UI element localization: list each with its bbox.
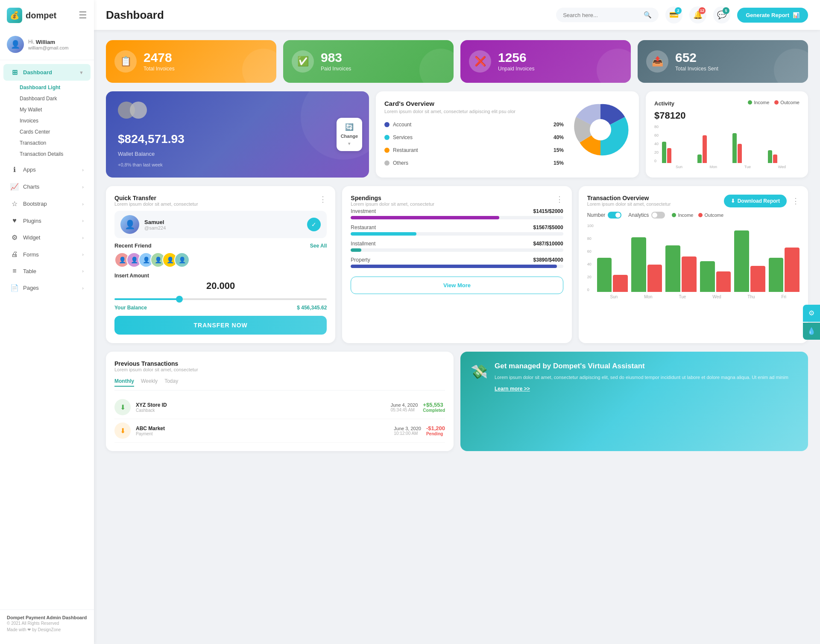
nav-widget-label: Widget [23,234,40,241]
ptx-date-2: June 3, 2020 [394,426,421,431]
nav-cards-center[interactable]: Cards Center [20,126,94,137]
download-icon: ⬇ [731,198,735,204]
bar-tue-outcome [738,144,742,163]
va-link[interactable]: Learn more >> [495,386,530,392]
number-toggle[interactable] [608,212,621,219]
nav-my-wallet[interactable]: My Wallet [20,104,94,115]
to-outcome-dot [698,213,703,217]
stat-icon-paid: ✅ [292,50,314,73]
stat-icon-sent: 📤 [646,50,668,73]
act-legend: Income Outcome [748,100,800,105]
to-bar-sun-outcome [613,275,628,292]
stat-card-sent: 📤 652 Total Invoices Sent [638,40,808,83]
co-others-name: Others [393,160,550,166]
ptx-type-2: Payment [136,431,389,436]
forms-icon: 🖨 [10,251,19,258]
recent-friends-header: Recent Friend See All [114,242,327,249]
to-more-icon[interactable]: ⋮ [792,196,800,206]
prev-transactions-card: Previous Transactions Lorem ipsum dolor … [106,352,454,451]
nav-dashboard[interactable]: ⊞ Dashboard ▼ [3,64,91,81]
va-title: Get managed by Dompet's Virtual Assistan… [495,362,788,370]
ptx-tab-monthly[interactable]: Monthly [114,378,134,387]
dashboard-icon: ⊞ [10,68,19,76]
spendings-more-icon[interactable]: ⋮ [556,195,563,204]
bar-sun-income [662,142,666,163]
change-btn[interactable]: 🔄 Change ▾ [337,118,362,151]
transfer-btn[interactable]: TRANSFER NOW [114,316,327,335]
toggle2-label: Analytics [628,212,649,218]
water-float-btn[interactable]: 💧 [803,323,820,340]
ptx-info-1: XYZ Store ID Cashback [136,402,386,413]
ptx-tab-today[interactable]: Today [164,378,178,387]
see-all-btn[interactable]: See All [310,243,327,249]
spending-restaurant-amount: $1567/$5000 [533,224,563,230]
co-title: Card's Overview [384,100,564,107]
footer-copy: © 2021 All Rights Reserved [7,621,87,626]
download-report-btn[interactable]: ⬇ Download Report [724,195,787,207]
nav-bootstrap[interactable]: ☆ Bootstrap › [3,195,91,212]
wallet-icon-btn[interactable]: 💳 2 [665,6,682,23]
stat-card-unpaid: ❌ 1256 Unpaid Invoices [460,40,631,83]
chat-icon-btn[interactable]: 💬 5 [713,6,730,23]
avatar: 👤 [7,36,24,53]
ptx-amount-1: +$5,553 [423,402,445,408]
balance-label: Your Balance [114,305,147,311]
nav-apps[interactable]: ℹ Apps › [3,161,91,178]
spending-investment-bar [351,216,499,219]
view-more-btn[interactable]: View More [351,277,563,294]
nav-invoices[interactable]: Invoices [20,115,94,126]
generate-report-label: Generate Report [746,12,789,18]
settings-float-btn[interactable]: ⚙ [803,305,820,322]
ptx-info-2: ABC Market Payment [136,425,389,436]
outcome-legend-label: Outcome [780,100,800,105]
co-item-account: Account 20% [384,119,564,130]
bar-mon-income [697,154,702,163]
to-income-dot [672,213,676,217]
user-profile: 👤 Hi, William william@gmail.com [0,31,94,60]
nav-plugins[interactable]: ♥ Plugins › [3,213,91,229]
qt-user-handle: @sam224 [144,225,166,230]
ptx-type-1: Cashback [136,408,386,413]
spending-installment: Installment $487/$10000 [351,241,563,252]
svg-point-0 [590,119,611,140]
chevron-right-icon5: › [82,235,84,240]
chevron-right-icon8: › [82,286,84,291]
spending-installment-name: Installment [351,241,375,247]
qt-more-icon[interactable]: ⋮ [319,195,327,204]
nav-table[interactable]: ≡ Table › [3,263,91,279]
transfer-amount: 20.000 [114,280,327,291]
to-legend: Income Outcome [672,213,723,218]
activity-card: Activity Income Outcome $78120 [646,91,808,178]
bootstrap-icon: ☆ [10,200,19,208]
sidebar: 💰 dompet ☰ 👤 Hi, William william@gmail.c… [0,0,94,644]
ptx-tab-weekly[interactable]: Weekly [141,378,158,387]
pie-chart [571,100,630,169]
middle-row: $824,571.93 Wallet Balance +0,8% than la… [106,91,808,178]
spending-restaurant-bar [351,232,416,236]
nav-widget[interactable]: ⚙ Widget › [3,229,91,246]
search-input[interactable] [563,12,640,18]
generate-report-btn[interactable]: Generate Report 📊 [737,8,808,23]
activity-amount: $78120 [654,110,800,121]
nav-dashboard-light[interactable]: Dashboard Light [20,82,94,93]
nav-forms[interactable]: 🖨 Forms › [3,246,91,262]
to-bar-fri-income [769,258,784,292]
nav-dashboard-dark[interactable]: Dashboard Dark [20,93,94,104]
menu-toggle[interactable]: ☰ [79,10,87,21]
amount-slider[interactable] [114,298,327,300]
to-bar-wed-income [700,261,715,292]
card-circle-2 [130,102,147,119]
ptx-date-1: June 4, 2020 [391,402,418,408]
spending-restaurant-name: Restaurant [351,224,376,230]
bell-icon-btn[interactable]: 🔔 12 [689,6,706,23]
others-dot [384,160,390,166]
analytics-toggle[interactable] [651,212,665,219]
spendings-title: Spendings [351,195,434,201]
nav-transaction[interactable]: Transaction [20,137,94,149]
ptx-status-2: Pending [426,431,445,436]
nav-transaction-details[interactable]: Transaction Details [20,149,94,160]
nav-charts[interactable]: 📈 Charts › [3,178,91,195]
footer-made: Made with ❤ by DesignZone [7,627,87,632]
income-legend-dot [748,100,752,105]
nav-pages[interactable]: 📄 Pages › [3,280,91,296]
